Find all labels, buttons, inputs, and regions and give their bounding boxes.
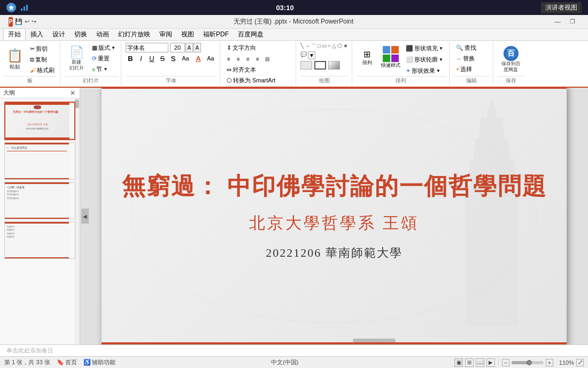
reset-icon: ⟳ (92, 55, 97, 62)
slide-thumb-2[interactable]: 2 一、什么是无穷过 (4, 142, 75, 180)
view-slide-sorter-btn[interactable]: ⊞ (465, 358, 474, 367)
new-slide-btn[interactable]: 📄 新建幻灯片 (65, 43, 88, 74)
fit-window-btn[interactable]: ⤢ (576, 359, 584, 366)
underline-btn[interactable]: U (147, 53, 157, 63)
ribbon-group-slides: 📄 新建幻灯片 ▦ 版式 ▼ ⟳ 重置 ≡ 节 ▼ 幻 (61, 42, 121, 86)
system-bar: 03:10 演讲者视图 (0, 0, 588, 15)
zoom-slider[interactable] (512, 361, 544, 364)
tab-animations[interactable]: 动画 (92, 29, 113, 40)
copy-btn[interactable]: ⧉ 复制 (28, 55, 57, 65)
text-direction-icon: ⇕ (227, 44, 231, 51)
shape-fill-btn[interactable]: ⬛ 形状填充 ▼ (404, 43, 445, 53)
font-name-input[interactable] (126, 43, 168, 52)
tab-start[interactable]: 开始 (3, 28, 26, 40)
format-painter-btn[interactable]: 🖌 格式刷 (28, 65, 57, 75)
fill-color-swatch (300, 61, 312, 70)
new-slide-icon: 📄 (69, 45, 84, 59)
main-area: 大纲 ✕ 1 无穷过：中印佛学讨论的一个哲学问题 (0, 88, 588, 344)
find-btn[interactable]: 🔍 查找 (454, 43, 490, 53)
quick-undo[interactable]: ↩ (25, 18, 29, 25)
shape-outline-btn[interactable]: ⬜ 形状轮廓 ▼ (404, 55, 445, 65)
font-size-input-wrapper: A A (170, 43, 201, 52)
char-spacing-btn[interactable]: Aa (205, 53, 216, 63)
ribbon-group-arrange: ⊞ 排列 快速样式 ⬛ 形状填充 (353, 42, 450, 86)
slideshow-btn[interactable]: ▶ (486, 358, 495, 367)
font-size-increase-btn[interactable]: A (185, 43, 193, 52)
layout-btn[interactable]: ▦ 版式 ▼ (90, 43, 118, 53)
shape-effect-btn[interactable]: ✦ 形状效果 ▼ (404, 66, 445, 76)
text-direction-btn[interactable]: ⇕ 文字方向 (225, 43, 292, 53)
format-painter-icon: 🖌 (30, 67, 36, 73)
view-reading-btn[interactable]: 📖 (476, 358, 484, 367)
ribbon-group-drawing: ╲ → ⌒ □ ▭ ○ △ ⬠ ★ 💬 ▼ 绘图 (297, 42, 352, 86)
convert-smartart-btn[interactable]: ⬡ 转换为 SmartArt (225, 75, 292, 86)
select-btn[interactable]: ⌖ 选择 (454, 64, 490, 74)
stroke-color-swatch (314, 61, 326, 70)
scissors-icon: ✂ (30, 45, 35, 52)
accessibility-btn[interactable]: ♿ 辅助功能 (83, 358, 115, 366)
cut-btn[interactable]: ✂ 剪切 (28, 44, 57, 54)
tab-design[interactable]: 设计 (48, 29, 69, 40)
font-color-btn[interactable]: A (193, 53, 204, 63)
slides-panel-close[interactable]: ✕ (69, 89, 76, 97)
quick-style-btn[interactable]: 快速样式 (380, 43, 401, 72)
window-title: 无穷过 (王颂) .pptx - Microsoft PowerPoint (36, 17, 551, 26)
restore-btn[interactable]: ❐ (566, 17, 579, 27)
align-text-btn[interactable]: ⇔ 对齐文本 (225, 65, 292, 75)
canvas-area: ◀ (80, 88, 588, 344)
quick-redo[interactable]: ↪ (32, 18, 36, 25)
shape-outline-icon: ⬜ (406, 56, 413, 63)
strikethrough-btn[interactable]: S (158, 53, 167, 63)
minimize-btn[interactable]: — (551, 17, 564, 27)
zoom-in-btn[interactable]: + (546, 359, 553, 366)
replace-btn[interactable]: ↔ 替换 (454, 53, 490, 64)
font-size-decrease-btn[interactable]: A (194, 43, 201, 52)
align-text-icon: ⇔ (227, 66, 231, 73)
arrange-btn[interactable]: ⊞ 排列 (357, 43, 378, 72)
slide-thumb-3[interactable]: 3 《大乘》内是章 文字内容行1文字内容行2文字内容行3 (4, 182, 75, 219)
col-btn[interactable]: ⊟ (263, 55, 272, 63)
tab-insert[interactable]: 插入 (26, 29, 48, 40)
select-icon: ⌖ (456, 66, 459, 73)
bold-btn[interactable]: B (126, 53, 135, 63)
tab-transitions[interactable]: 切换 (70, 29, 91, 40)
tab-slideshow[interactable]: 幻灯片放映 (114, 29, 154, 40)
shape-effect-dropdown: ▼ (436, 68, 440, 73)
slide-thumb-4[interactable]: 4 内容行1内容行2内容行3内容行4 (4, 221, 75, 259)
italic-btn[interactable]: I (136, 53, 146, 63)
quick-save[interactable]: 💾 (15, 18, 22, 25)
tab-view[interactable]: 视图 (177, 29, 198, 40)
zoom-out-btn[interactable]: − (502, 359, 509, 366)
notes-bar[interactable]: 单击此处添加备注 (0, 344, 588, 356)
view-normal-btn[interactable]: ▣ (454, 358, 463, 367)
clock: 03:10 (276, 4, 293, 12)
tab-foxitpdf[interactable]: 福昕PDF (199, 29, 233, 40)
spacing-btn[interactable]: Aa (179, 53, 192, 63)
align-left-btn[interactable]: ≡ (225, 55, 233, 63)
triangle-icon: △ (332, 43, 336, 50)
tab-review[interactable]: 审阅 (155, 29, 176, 40)
smartart-icon: ⬡ (227, 77, 232, 84)
shadow-btn[interactable]: S (168, 53, 178, 63)
tab-baidu[interactable]: 百度网盘 (234, 29, 268, 40)
oval-icon: ○ (328, 43, 331, 50)
align-right-btn[interactable]: ≡ (244, 55, 252, 63)
svg-rect-0 (21, 9, 22, 11)
slide-canvas: 無窮過： 中印佛學討論的一個哲學問題 北京大學哲學系 王頌 20221206 華… (102, 88, 567, 344)
section-dropdown-icon: ▼ (103, 67, 107, 72)
presenter-view-btn[interactable]: 演讲者视图 (541, 2, 582, 13)
reset-btn[interactable]: ⟳ 重置 (90, 53, 118, 64)
paste-btn[interactable]: 📋 粘贴 (3, 43, 27, 76)
ribbon-tabs: 开始 插入 设计 切换 动画 幻灯片放映 审阅 视图 福昕PDF 百度网盘 (0, 29, 588, 41)
align-center-btn[interactable]: ≡ (234, 55, 243, 63)
shape-more-btn[interactable]: ▼ (308, 51, 315, 59)
canvas-scroll-left[interactable]: ◀ (81, 209, 89, 224)
justify-btn[interactable]: ≡ (253, 55, 262, 63)
arrow-icon: → (305, 43, 310, 50)
font-size-input[interactable] (170, 43, 185, 52)
slide-thumb-1[interactable]: 1 无穷过：中印佛学讨论的一个哲学问题 北京大学哲学系 王颂 20221206 … (4, 102, 75, 140)
effect-swatch (328, 61, 340, 70)
save-baidu-btn[interactable]: 百 保存到百度网盘 (498, 44, 524, 75)
section-btn[interactable]: ≡ 节 ▼ (90, 64, 118, 74)
language-indicator[interactable]: 中文(中国) (271, 358, 298, 366)
